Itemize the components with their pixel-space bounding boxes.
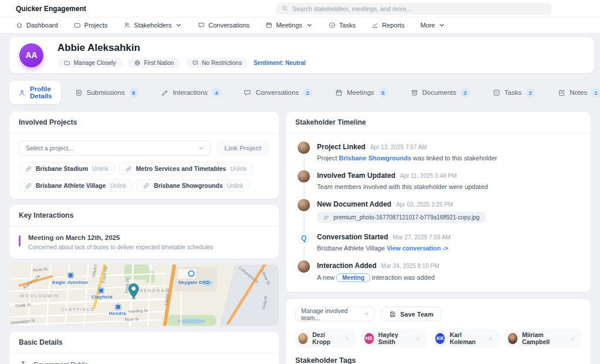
nav-projects[interactable]: Projects [74,22,108,29]
interaction-description: Concerned about lack of buses to deliver… [28,244,213,250]
project-name: Brisbane Athlete Village [36,182,106,189]
nav-tasks[interactable]: Tasks [329,22,356,29]
unlink-button[interactable]: Unlink [92,166,108,172]
unlink-button[interactable]: Unlink [227,183,243,189]
project-chip[interactable]: Brisbane StadiumUnlink [19,162,115,175]
location-map[interactable]: Rose St Airport Link Eagle Junction WOOL… [9,265,279,326]
team-member-chip: Dezi Kropp [295,329,356,348]
left-column: Involved Projects Select a project... Li… [9,112,279,364]
remove-member-icon[interactable] [415,336,421,341]
archive-box-icon [411,89,418,97]
nav-label: Conversations [209,22,250,29]
nav-label: Stakeholders [134,22,172,29]
map-label: Skygate DFO [178,280,209,285]
card-title: Key Interactions [9,205,279,226]
team-tags-card: Manage involved team... Save Team Dezi K… [286,299,591,364]
nav-more[interactable]: More [420,22,445,29]
map-label: Rose St [33,267,48,273]
tab-count: 1 [591,88,600,97]
event-timestamp: Mar 27, 2025 7:59 AM [393,234,450,241]
remove-member-icon[interactable] [345,336,350,341]
event-text: was linked to this stakeholder [411,154,497,162]
check-square-icon [493,89,500,97]
tab-count: 2 [303,88,312,97]
involved-projects-card: Involved Projects Select a project... Li… [9,112,279,199]
map-label: Main St [125,317,139,321]
link-icon [25,183,32,189]
project-name: Metro Services and Timetables [136,165,226,172]
page-title: Abbie Aleksahkin [57,42,306,54]
map-label: HENDRA [139,288,165,293]
project-link[interactable]: Brisbane Showgrounds [339,154,411,162]
save-team-button[interactable]: Save Team [381,307,442,321]
nav-stakeholders[interactable]: Stakeholders [124,22,182,29]
tab-meetings[interactable]: Meetings5 [326,83,397,102]
attachment-name: premium_photo-1677087121017-b779a16ff921… [333,214,479,221]
project-chip[interactable]: Brisbane ShowgroundsUnlink [137,179,250,192]
attachment-chip[interactable]: premium_photo-1677087121017-b779a16ff921… [317,212,486,223]
project-chip[interactable]: Brisbane Athlete VillageUnlink [19,179,132,192]
link-icon [125,166,132,172]
badge-label: First Nation [144,60,174,66]
save-team-label: Save Team [400,311,434,318]
member-name: Hayley Smith [379,331,411,345]
tab-count: 4 [212,88,221,97]
nav-reports[interactable]: Reports [371,22,405,29]
map-road [9,298,171,305]
chevron-down-icon [438,22,445,29]
project-select[interactable]: Select a project... [19,140,211,156]
team-member-chip: HSHayley Smith [362,329,427,348]
manage-team-select[interactable]: Manage involved team... [295,307,375,321]
nav-label: Dashboard [26,22,58,29]
timeline-event: Q Conversation StartedMar 27, 2025 7:59 … [298,232,579,260]
calendar-icon [335,89,343,97]
accent-bar [19,235,21,246]
tab-label: Meetings [347,89,374,96]
event-avatar [298,142,310,154]
app-title: Quicker Engagement [16,5,86,13]
map-label: CLAYFIELD [61,307,95,312]
event-body: Team members involved with this stakehol… [317,183,488,190]
users-icon [124,22,131,29]
unlink-button[interactable]: Unlink [110,183,127,189]
tab-profile-details[interactable]: Profile Details [9,81,61,104]
remove-member-icon[interactable] [488,336,493,341]
member-name: Dezi Kropp [312,331,340,345]
train-station-icon [98,288,104,293]
link-project-button[interactable]: Link Project [216,140,270,156]
search-icon [282,5,288,12]
view-conversation-link[interactable]: View conversation -> [387,245,448,252]
train-station-icon [115,304,121,310]
chart-icon [371,22,379,29]
event-body: Brisbane Athlete Village View conversati… [317,245,451,252]
project-chip[interactable]: Metro Services and TimetablesUnlink [119,162,253,175]
tab-count: 2 [461,88,470,97]
map-road [180,291,182,326]
nav-meetings[interactable]: Meetings [265,22,313,29]
badge-first-nation: First Nation [128,58,180,68]
search-input[interactable] [292,5,546,12]
tab-tasks[interactable]: Tasks2 [484,83,544,102]
team-member-chip: Miiriam Campbell [505,329,581,348]
event-avatar-q-logo: Q [298,232,310,244]
event-text: A new [317,274,336,281]
nav-dashboard[interactable]: Dashboard [16,22,58,29]
card-title: Involved Projects [9,112,279,133]
tab-conversations[interactable]: Conversations2 [235,83,321,102]
tab-submissions[interactable]: Submissions8 [66,83,147,102]
map-road [83,265,88,326]
speech-bubble-icon [192,60,199,66]
member-name: Karl Koleman [449,331,483,345]
nav-conversations[interactable]: Conversations [198,22,250,29]
tab-notes[interactable]: Notes1 [549,83,600,102]
tab-documents[interactable]: Documents2 [402,83,479,102]
map-label: Eagle Junction [52,280,88,285]
org-chart-icon [19,360,27,364]
unlink-button[interactable]: Unlink [230,166,247,172]
remove-member-icon[interactable] [570,336,575,341]
tab-interactions[interactable]: Interactions4 [152,83,230,102]
event-body: A new Meeting interaction was added [317,273,439,282]
global-search[interactable] [276,3,551,15]
tab-label: Conversations [255,89,299,96]
stakeholder-tags-title: Stakeholder Tags [295,356,581,364]
